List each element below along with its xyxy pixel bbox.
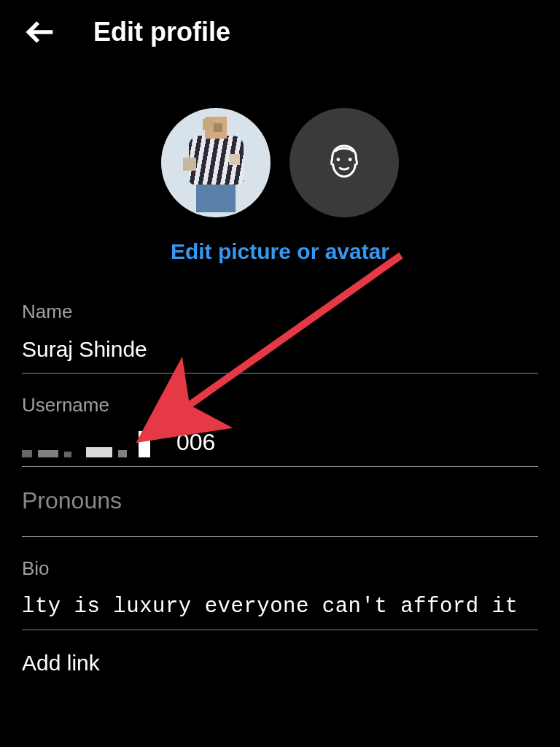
avatar-face-icon [324,141,365,185]
username-label: Username [22,394,538,417]
fields-container: Name Suraj Shinde Username 006 Pronouns … [0,301,560,684]
name-value: Suraj Shinde [22,335,538,364]
bio-value: lty is luxury everyone can't afford it [22,592,538,621]
pronouns-label: Pronouns [22,487,538,527]
username-value: 006 [22,428,538,457]
profile-picture[interactable] [161,108,271,217]
avatar-section [0,108,560,217]
bio-label: Bio [22,557,538,580]
add-link-row[interactable]: Add link [22,651,538,684]
name-field[interactable]: Name Suraj Shinde [22,301,538,374]
edit-picture-link[interactable]: Edit picture or avatar [0,239,560,264]
page-title: Edit profile [93,17,230,47]
add-link-label: Add link [22,651,538,676]
username-field[interactable]: Username 006 [22,394,538,467]
avatar-placeholder-button[interactable] [289,108,399,217]
back-arrow-icon[interactable] [22,15,57,50]
bio-field[interactable]: Bio lty is luxury everyone can't afford … [22,557,538,630]
pronouns-field[interactable]: Pronouns [22,487,538,537]
header: Edit profile [0,0,560,64]
username-partial-text: 006 [176,429,215,456]
name-label: Name [22,301,538,323]
